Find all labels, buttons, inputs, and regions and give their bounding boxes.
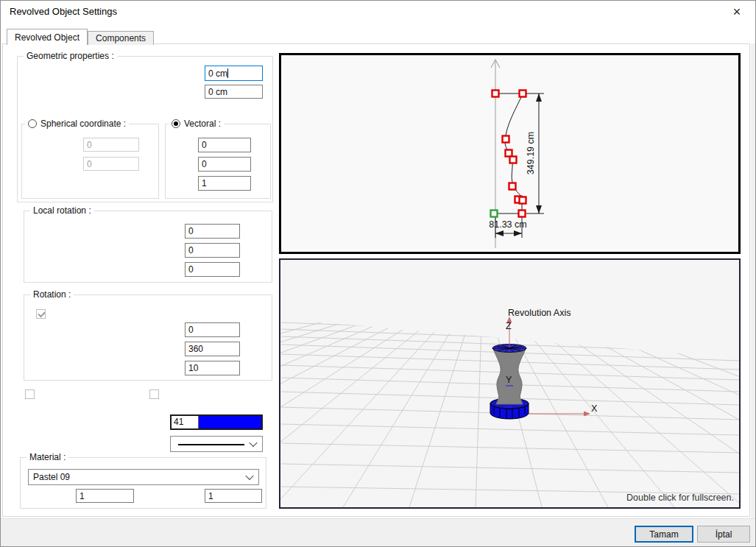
vector-y-value: 0	[202, 159, 207, 169]
profile-handle[interactable]	[520, 91, 526, 97]
z-axis-label: Z	[506, 321, 512, 331]
tab-revolved-object[interactable]: Revolved Object	[7, 29, 88, 45]
tile-y-input[interactable]: 1	[205, 489, 262, 503]
cover-end-checkbox	[149, 389, 159, 399]
profile-handle-selected[interactable]	[491, 211, 498, 217]
vector-x-input[interactable]: 0	[198, 138, 251, 152]
group-material-legend: Material :	[27, 452, 68, 462]
render-preview-panel[interactable]: Revolution Axis Z Y X Double click for f…	[279, 258, 741, 509]
window-title: Revolved Object Settings	[10, 6, 117, 17]
vertical-input: 0	[83, 157, 139, 171]
revolved-object-settings-dialog: Revolved Object Settings × Revolved Obje…	[0, 0, 756, 547]
profile-handle[interactable]	[520, 197, 526, 204]
distance-input[interactable]: 0 cm	[205, 85, 263, 99]
dim-arrow-icon	[514, 230, 522, 236]
horizontal-value: 0	[87, 140, 92, 150]
vector-x-value: 0	[202, 140, 207, 150]
profile-handle[interactable]	[509, 183, 516, 190]
tab-components-label: Components	[96, 33, 146, 43]
vectoral-radio[interactable]	[172, 119, 180, 128]
material-select[interactable]: Pastel 09	[28, 469, 259, 485]
tile-x-input[interactable]: 1	[76, 489, 134, 503]
line-type-select[interactable]	[170, 436, 263, 452]
fullscreen-hint: Double click for fullscreen.	[626, 493, 734, 503]
group-geometric-properties-legend: Geometric properties :	[24, 51, 117, 61]
vector-z-value: 1	[202, 178, 207, 188]
start-angle-input[interactable]: 0	[185, 322, 240, 337]
tab-strip: Revolved Object Components	[7, 29, 154, 45]
vector-z-input[interactable]: 1	[198, 176, 251, 191]
close-icon[interactable]: ×	[727, 2, 746, 21]
chevron-down-icon	[249, 439, 257, 447]
line-type-sample	[178, 444, 244, 445]
title-bar: Revolved Object Settings ×	[1, 1, 755, 23]
clockwise-checkbox	[36, 309, 46, 319]
dim-arrow-icon	[536, 93, 542, 102]
dialog-footer: Tamam İptal	[1, 518, 755, 547]
tab-revolved-object-label: Revolved Object	[15, 32, 80, 43]
material-selected-value: Pastel 09	[33, 472, 70, 482]
y-axis-label: Y	[506, 375, 512, 385]
spherical-radio[interactable]	[28, 119, 37, 128]
x-rotation-input[interactable]: 0	[185, 224, 240, 239]
height-dimension-label: 349.19 cm	[526, 132, 536, 174]
spherical-radio-label: Spherical coordinate :	[40, 119, 126, 129]
profile-handle[interactable]	[492, 91, 499, 97]
tile-x-value: 1	[80, 491, 85, 501]
vertical-value: 0	[87, 159, 92, 169]
vector-y-input[interactable]: 0	[198, 157, 251, 172]
handle-elevation-input[interactable]: 0 cm	[205, 66, 263, 81]
cover-start-checkbox	[25, 389, 35, 399]
profile-handle[interactable]	[506, 150, 512, 157]
horizontal-input: 0	[83, 138, 139, 152]
profile-handle[interactable]	[503, 136, 509, 143]
group-rotation-legend: Rotation :	[30, 289, 74, 300]
ok-button[interactable]: Tamam	[635, 526, 693, 543]
profile-preview-panel[interactable]: 349.19 cm 81.33 cm	[279, 53, 741, 254]
tab-components[interactable]: Components	[88, 31, 154, 45]
angle-value: 360	[188, 344, 203, 354]
segment-count-input[interactable]: 10	[185, 361, 240, 375]
color-number: 41	[172, 416, 199, 428]
y-rotation-input[interactable]: 0	[185, 243, 240, 258]
dim-arrow-icon	[536, 205, 542, 213]
z-rotation-input[interactable]: 0	[185, 262, 240, 277]
chevron-down-icon	[245, 472, 253, 480]
y-rotation-value: 0	[188, 245, 194, 255]
color-swatch	[199, 416, 261, 428]
angle-input[interactable]: 360	[185, 342, 240, 356]
profile-handles	[491, 91, 526, 217]
width-dimension-label: 81.33 cm	[489, 219, 526, 230]
profile-handle[interactable]	[510, 157, 517, 163]
distance-value: 0 cm	[208, 87, 227, 97]
page-right-strip	[751, 43, 756, 547]
profile-handle[interactable]	[519, 211, 526, 217]
tile-y-value: 1	[208, 491, 213, 501]
group-local-rotation-legend: Local rotation :	[30, 205, 94, 216]
text-caret	[227, 68, 228, 78]
handle-elevation-value: 0 cm	[208, 68, 227, 79]
x-axis-label: X	[591, 403, 598, 414]
dim-arrow-icon	[495, 230, 504, 236]
start-angle-value: 0	[188, 325, 194, 335]
x-rotation-value: 0	[188, 226, 194, 236]
z-rotation-value: 0	[188, 264, 194, 275]
vectoral-radio-label: Vectoral :	[184, 119, 221, 129]
segment-count-value: 10	[188, 363, 198, 373]
cancel-button[interactable]: İptal	[697, 526, 750, 543]
revolution-axis-label: Revolution Axis	[508, 308, 570, 318]
color-picker[interactable]: 41	[170, 414, 263, 430]
